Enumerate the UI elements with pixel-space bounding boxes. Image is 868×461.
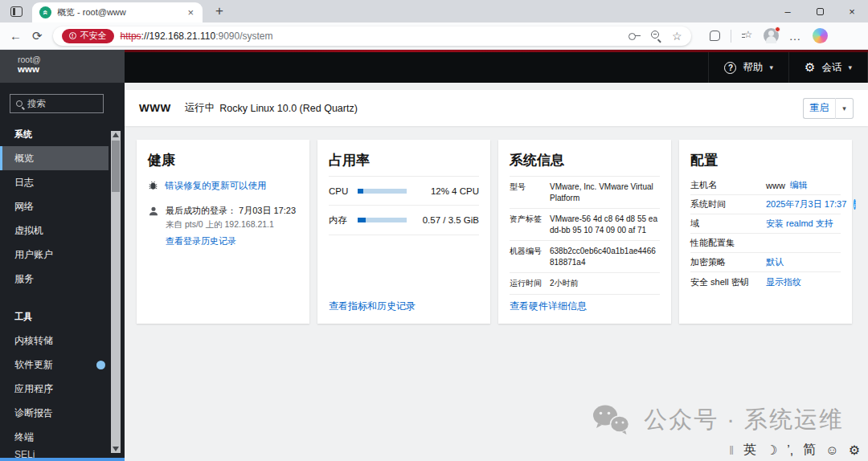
password-key-icon[interactable] bbox=[628, 33, 641, 39]
brand-host: www bbox=[18, 64, 125, 75]
updates-row: 错误修复的更新可以使用 bbox=[148, 180, 298, 192]
watermark: 公众号 · 系统运维 bbox=[590, 403, 844, 437]
workspaces-icon[interactable] bbox=[10, 6, 23, 17]
sidebar-item-software-updates[interactable]: 软件更新 bbox=[0, 353, 125, 377]
sidebar-item-applications[interactable]: 应用程序 bbox=[0, 377, 125, 401]
sidebar-section-system: 系统 bbox=[0, 121, 125, 146]
sidebar-item-logs[interactable]: 日志 bbox=[0, 170, 125, 194]
favorite-star-icon[interactable]: ☆ bbox=[672, 30, 682, 43]
system-info-card: 系统信息 型号 VMware, Inc. VMware Virtual Plat… bbox=[498, 140, 671, 324]
tab-title: 概览 - root@www bbox=[57, 6, 180, 18]
system-time-row: 系统时间 2025年7月3日 17:37 i bbox=[690, 195, 841, 214]
search-input[interactable] bbox=[27, 99, 92, 108]
sidebar-item-services[interactable]: 服务 bbox=[0, 267, 125, 291]
updates-badge bbox=[96, 361, 105, 369]
page-header: WWW 运行中 Rocky Linux 10.0 (Red Quartz) 重启… bbox=[125, 90, 868, 126]
health-card: 健康 错误修复的更新可以使用 最后成功的登录： 7月03日 17:23 来自 p bbox=[137, 140, 309, 324]
browser-tab[interactable]: « 概览 - root@www × bbox=[32, 2, 203, 22]
chevron-down-icon: ▾ bbox=[848, 63, 852, 71]
memory-value: 0.57 / 3.5 GiB bbox=[415, 215, 479, 225]
security-badge[interactable]: ! 不安全 bbox=[62, 29, 114, 43]
sidebar-item-terminal[interactable]: 终端 bbox=[0, 425, 125, 449]
memory-progress-bar bbox=[358, 218, 407, 222]
back-icon[interactable]: ← bbox=[10, 29, 22, 43]
url-scheme: https bbox=[121, 31, 141, 42]
ime-punctuation-toggle[interactable]: ’, bbox=[787, 443, 793, 458]
browser-titlebar: « 概览 - root@www × + – × bbox=[0, 0, 868, 22]
ime-drag-handle[interactable]: ‖ bbox=[729, 444, 734, 457]
gear-icon: ⚙ bbox=[805, 60, 815, 75]
login-history-link[interactable]: 查看登录历史记录 bbox=[166, 236, 236, 246]
sidebar-search[interactable] bbox=[10, 94, 104, 113]
main-content: WWW 运行中 Rocky Linux 10.0 (Red Quartz) 重启… bbox=[125, 83, 868, 461]
copilot-icon[interactable] bbox=[813, 28, 828, 43]
page-os: Rocky Linux 10.0 (Red Quartz) bbox=[219, 103, 358, 114]
asset-tag-row: 资产标签 VMware-56 4d c8 64 d8 55 ea dd-bb 9… bbox=[510, 209, 660, 241]
profile-avatar[interactable] bbox=[764, 28, 779, 43]
user-icon bbox=[148, 206, 159, 217]
sidebar-brand: root@ www bbox=[0, 50, 125, 83]
sidebar-scrollbar[interactable] bbox=[111, 131, 121, 453]
address-bar[interactable]: ! 不安全 https://192.168.21.110:9090/system… bbox=[53, 27, 691, 46]
browser-menu-icon[interactable]: … bbox=[789, 29, 802, 43]
system-time-link[interactable]: 2025年7月3日 17:37 bbox=[766, 198, 846, 210]
scrollbar-thumb[interactable] bbox=[112, 141, 120, 192]
scroll-up-icon[interactable] bbox=[113, 133, 119, 137]
browser-toolbar: ← ⟳ ! 不安全 https://192.168.21.110:9090/sy… bbox=[0, 22, 868, 50]
wechat-icon bbox=[590, 403, 632, 437]
restart-dropdown-button[interactable]: ▾ bbox=[835, 98, 854, 119]
sidebar-item-accounts[interactable]: 用户账户 bbox=[0, 243, 125, 267]
sidebar-item-network[interactable]: 网络 bbox=[0, 194, 125, 218]
scroll-down-icon[interactable] bbox=[113, 447, 119, 451]
uptime-row: 运行时间 2小时前 bbox=[510, 273, 660, 295]
minimize-button[interactable]: – bbox=[772, 0, 804, 22]
info-icon[interactable]: i bbox=[854, 199, 856, 210]
tab-close-icon[interactable]: × bbox=[186, 6, 195, 18]
window-controls: – × bbox=[772, 0, 868, 22]
page-state: 运行中 bbox=[185, 101, 215, 115]
new-tab-button[interactable]: + bbox=[215, 3, 223, 19]
machine-id-row: 机器编号 638b2cc0eb6c40a1b1ae4466818871a4 bbox=[510, 241, 660, 273]
sidebar-item-overview[interactable]: 概览 bbox=[0, 146, 108, 170]
install-realmd-link[interactable]: 安装 realmd 支持 bbox=[766, 218, 833, 230]
health-card-title: 健康 bbox=[148, 151, 298, 169]
favorites-bar-icon[interactable] bbox=[742, 31, 753, 41]
sidebar-item-virtual-machines[interactable]: 虚拟机 bbox=[0, 218, 125, 243]
usage-card-title: 占用率 bbox=[329, 151, 479, 169]
sidebar: 系统 概览 日志 网络 虚拟机 用户账户 服务 工具 内核转储 软件更新 应用程… bbox=[0, 83, 125, 461]
restore-button[interactable] bbox=[804, 0, 836, 22]
show-fingerprints-link[interactable]: 显示指纹 bbox=[766, 276, 801, 288]
session-label: 会话 bbox=[821, 61, 841, 75]
ssh-keys-row: 安全 shell 密钥 显示指纹 bbox=[690, 272, 841, 292]
toolbar-right-icons: … bbox=[710, 28, 828, 43]
edit-hostname-link[interactable]: 编辑 bbox=[790, 179, 808, 191]
memory-label: 内存 bbox=[329, 214, 358, 226]
ime-emoji-icon[interactable]: ☺ bbox=[825, 443, 838, 458]
refresh-icon[interactable]: ⟳ bbox=[32, 29, 43, 43]
watermark-text: 公众号 · 系统运维 bbox=[644, 404, 844, 436]
session-menu[interactable]: ⚙ 会话 ▾ bbox=[788, 52, 868, 83]
close-window-button[interactable]: × bbox=[836, 0, 868, 22]
crypto-policy-link[interactable]: 默认 bbox=[766, 256, 784, 268]
sidebar-item-diagnostic-reports[interactable]: 诊断报告 bbox=[0, 401, 125, 425]
ime-moon-icon[interactable]: ☽ bbox=[766, 443, 777, 458]
hub-icon[interactable] bbox=[710, 31, 720, 41]
memory-progress-fill bbox=[358, 218, 366, 222]
hardware-details-link[interactable]: 查看硬件详细信息 bbox=[510, 300, 587, 313]
zoom-out-icon[interactable] bbox=[651, 31, 661, 41]
cpu-progress-bar bbox=[358, 189, 407, 194]
restart-split-button: 重启 ▾ bbox=[803, 98, 854, 119]
sidebar-item-kernel-dump[interactable]: 内核转储 bbox=[0, 328, 125, 353]
page-hostname: WWW bbox=[139, 102, 171, 114]
crypto-policy-row: 加密策略 默认 bbox=[690, 253, 841, 272]
last-login-from: 来自 pts/0 上的 192.168.21.1 bbox=[166, 219, 298, 230]
restart-button[interactable]: 重启 bbox=[803, 98, 835, 119]
cpu-progress-fill bbox=[358, 189, 363, 194]
ime-settings-icon[interactable]: ⚙ bbox=[849, 443, 860, 458]
help-menu[interactable]: ? 帮助 ▾ bbox=[708, 52, 788, 83]
ime-simplified-toggle[interactable]: 简 bbox=[803, 442, 816, 459]
updates-available-link[interactable]: 错误修复的更新可以使用 bbox=[165, 180, 267, 192]
metrics-history-link[interactable]: 查看指标和历史记录 bbox=[329, 300, 416, 313]
domain-row: 域 安装 realmd 支持 bbox=[690, 214, 841, 234]
ime-language-toggle[interactable]: 英 bbox=[743, 442, 756, 459]
